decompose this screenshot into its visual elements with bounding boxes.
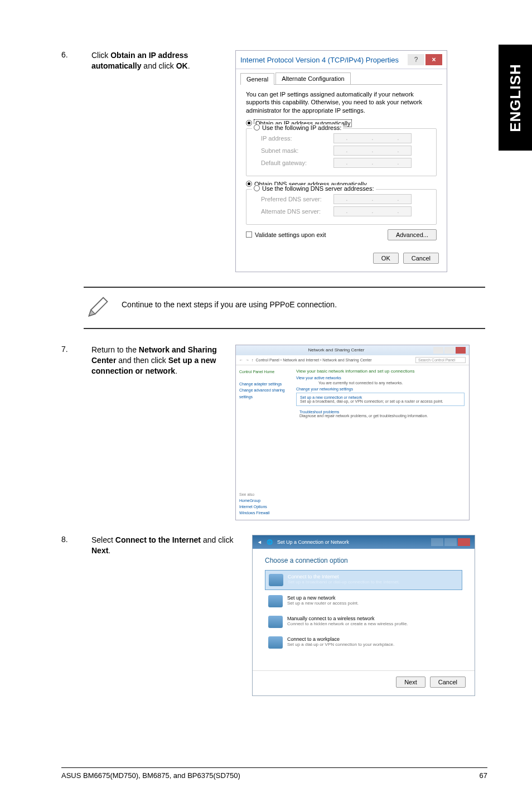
- maximize-button[interactable]: [444, 347, 454, 354]
- alt-dns-input[interactable]: ...: [333, 206, 412, 216]
- back-icon[interactable]: ◄: [257, 539, 262, 545]
- connect-internet-option[interactable]: Connect to the Internet Set up a broadba…: [265, 570, 462, 590]
- maximize-button[interactable]: [444, 538, 457, 546]
- option-desc: Set up a broadband, dial-up, or VPN conn…: [300, 399, 461, 403]
- dialog-body: You can get IP settings assigned automat…: [236, 85, 447, 248]
- page-footer: ASUS BM6675(MD750), BM6875, and BP6375(S…: [61, 767, 487, 780]
- option-title: Troubleshoot problems: [299, 410, 461, 414]
- ip-input[interactable]: ...: [333, 133, 412, 143]
- building-icon: [268, 636, 283, 649]
- next-button[interactable]: Next: [396, 677, 425, 688]
- close-button[interactable]: ×: [425, 54, 442, 65]
- close-button[interactable]: [456, 347, 466, 354]
- no-connection-text: You are currently not connected to any n…: [318, 381, 465, 385]
- pref-dns-input[interactable]: ...: [333, 194, 412, 204]
- cancel-button[interactable]: Cancel: [403, 253, 439, 264]
- sidebar-advanced[interactable]: Change advanced sharing settings: [239, 387, 288, 399]
- globe-icon: 🌐: [267, 539, 273, 545]
- bold: OK: [176, 61, 188, 70]
- use-dns-radio[interactable]: Use the following DNS server addresses:: [252, 185, 376, 192]
- tab-alternate[interactable]: Alternate Configuration: [275, 73, 351, 84]
- opt-text: Connect to a workplace Set up a dial-up …: [287, 636, 394, 647]
- step-7-text: Return to the Network and Sharing Center…: [91, 345, 220, 520]
- breadcrumb[interactable]: Control Panel › Network and Internet › N…: [256, 358, 414, 362]
- address-bar: ← → ↑ Control Panel › Network and Intern…: [236, 355, 469, 365]
- troubleshoot-option[interactable]: Troubleshoot problems Diagnose and repai…: [296, 408, 465, 420]
- step-7: 7. Return to the Network and Sharing Cen…: [61, 345, 487, 520]
- see-also-label: See also: [239, 491, 466, 497]
- dialog-title: Internet Protocol Version 4 (TCP/IPv4) P…: [240, 56, 407, 64]
- sidebar-adapter[interactable]: Change adapter settings: [239, 381, 288, 387]
- network-sharing-center-window: Network and Sharing Center ← → ↑ Control…: [235, 345, 470, 520]
- radio-icon: [254, 124, 260, 131]
- subnet-row: Subnet mask:...: [261, 146, 431, 156]
- minimize-button[interactable]: [433, 347, 443, 354]
- subnet-input[interactable]: ...: [333, 146, 412, 156]
- option-desc: Set up a new router or access point.: [287, 601, 359, 606]
- window-body: Control Panel Home Change adapter settin…: [236, 365, 469, 488]
- gateway-input[interactable]: ...: [333, 158, 412, 168]
- wizard-title: Set Up a Connection or Network: [277, 539, 427, 545]
- radio-icon: [254, 185, 260, 191]
- description-text: You can get IP settings assigned automat…: [246, 90, 437, 114]
- advanced-button[interactable]: Advanced...: [388, 229, 437, 240]
- footer-left: ASUS BM6675(MD750), BM6875, and BP6375(S…: [61, 771, 240, 780]
- link-homegroup[interactable]: HomeGroup: [239, 497, 466, 504]
- alt-dns-row: Alternate DNS server:...: [261, 206, 431, 216]
- setup-connection-option[interactable]: Set up a new connection or network Set u…: [296, 393, 465, 406]
- new-network-option[interactable]: Set up a new network Set up a new router…: [265, 592, 462, 611]
- router-icon: [268, 595, 283, 607]
- t: .: [108, 546, 110, 555]
- alt-dns-label: Alternate DNS server:: [261, 208, 333, 215]
- step-8-text: Select Connect to the Internet and click…: [91, 535, 236, 696]
- manual-wireless-option[interactable]: Manually connect to a wireless network C…: [265, 612, 462, 631]
- ipv4-properties-dialog: Internet Protocol Version 4 (TCP/IPv4) P…: [235, 50, 447, 272]
- t: Click: [91, 51, 110, 60]
- cancel-button[interactable]: Cancel: [430, 677, 466, 688]
- opt-text: Set up a new network Set up a new router…: [287, 595, 359, 606]
- use-ip-radio[interactable]: Use the following IP address:: [252, 124, 343, 131]
- option-desc: Set up a broadband or dial-up connection…: [288, 579, 400, 584]
- minimize-button[interactable]: [431, 538, 443, 546]
- help-button[interactable]: ?: [408, 54, 424, 65]
- search-input[interactable]: Search Control Panel: [415, 357, 466, 363]
- wizard-body: Choose a connection option Connect to th…: [253, 549, 475, 659]
- validate-checkbox[interactable]: Validate settings upon exit: [246, 231, 326, 238]
- workplace-option[interactable]: Connect to a workplace Set up a dial-up …: [265, 633, 462, 652]
- main-pane: View your basic network information and …: [292, 365, 469, 488]
- wifi-icon: [268, 616, 283, 628]
- close-button[interactable]: [458, 538, 470, 546]
- option-title: Connect to the Internet: [288, 574, 400, 579]
- option-desc: Connect to a hidden network or create a …: [287, 621, 408, 626]
- page-number: 67: [480, 771, 487, 780]
- option-title: Connect to a workplace: [287, 636, 394, 642]
- window-buttons: [431, 538, 470, 546]
- step-number: 7.: [61, 345, 76, 520]
- change-settings-label: Change your networking settings: [296, 387, 465, 391]
- option-desc: Diagnose and repair network problems, or…: [299, 414, 461, 418]
- step-8-screenshot: ◄ 🌐 Set Up a Connection or Network Choos…: [252, 535, 487, 696]
- static-ip-group: Use the following IP address: IP address…: [246, 128, 437, 176]
- opt-text: Connect to the Internet Set up a broadba…: [288, 574, 400, 584]
- up-icon[interactable]: ↑: [252, 358, 254, 362]
- t: .: [175, 366, 177, 375]
- page-content: 6. Click Obtain an IP address automatica…: [0, 0, 532, 780]
- checkbox-icon: [246, 231, 252, 238]
- nav-arrow-icon[interactable]: ←: [239, 358, 243, 362]
- sidebar-home[interactable]: Control Panel Home: [239, 369, 288, 375]
- note-block: Continue to the next steps if you are us…: [84, 287, 485, 329]
- pencil-icon: [86, 294, 110, 321]
- ok-button[interactable]: OK: [373, 253, 399, 264]
- subnet-label: Subnet mask:: [261, 147, 333, 154]
- link-firewall[interactable]: Windows Firewall: [239, 510, 466, 516]
- bold: Next: [91, 546, 108, 555]
- use-dns-label: Use the following DNS server addresses:: [262, 185, 374, 192]
- option-title: Set up a new connection or network: [300, 395, 461, 399]
- radio-icon: [246, 120, 252, 126]
- step-number: 8.: [61, 535, 76, 696]
- link-internet-options[interactable]: Internet Options: [239, 504, 466, 510]
- gateway-row: Default gateway:...: [261, 158, 431, 168]
- nav-arrow-icon[interactable]: →: [245, 358, 249, 362]
- tab-general[interactable]: General: [240, 73, 274, 85]
- t: and click: [201, 535, 233, 544]
